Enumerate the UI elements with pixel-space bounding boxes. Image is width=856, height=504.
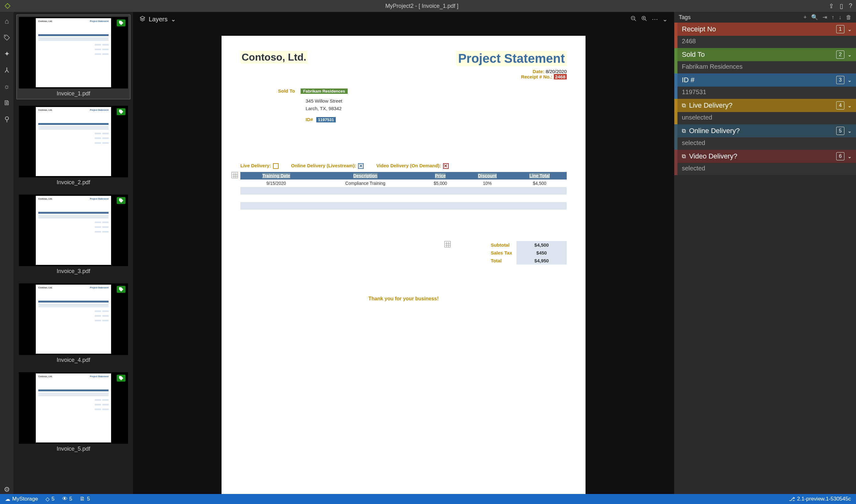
col-description: Description — [353, 173, 377, 178]
layers-dropdown[interactable]: Layers ⌄ — [139, 15, 176, 23]
rename-icon[interactable]: ⇥ — [822, 14, 827, 21]
document-viewer: Layers ⌄ ⋯ ⌄ Contoso, Ltd. Project State… — [133, 12, 674, 494]
tag-live-delivery[interactable]: ⧉Live Delivery?4⌄ unselected — [674, 99, 856, 124]
video-delivery-checkbox: ✕ — [443, 163, 449, 169]
statusbar: ☁MyStorage ◇5 👁5 🗎5 ⎇2.1-preview.1-53054… — [0, 494, 856, 504]
svg-point-5 — [120, 377, 121, 378]
viewer-toolbar: Layers ⌄ ⋯ ⌄ — [133, 12, 674, 26]
lightbulb-icon[interactable]: ☼ — [2, 82, 11, 91]
plug-icon[interactable]: ⚲ — [2, 115, 11, 124]
status-version[interactable]: ⎇2.1-preview.1-530545c — [789, 496, 851, 502]
address-line-2: Larch, TX, 98342 — [306, 105, 567, 112]
thumbnail-label: Invoice_3.pdf — [19, 268, 128, 275]
more-icon[interactable]: ⋯ — [652, 15, 658, 23]
zoom-out-icon[interactable] — [630, 15, 637, 23]
move-down-icon[interactable]: ↓ — [839, 14, 842, 21]
layers-label: Layers — [149, 16, 167, 23]
col-discount: Discount — [478, 173, 497, 178]
settings-icon[interactable]: ⚙ — [2, 485, 11, 494]
chevron-down-icon: ⌄ — [848, 154, 852, 159]
add-tag-icon[interactable]: + — [803, 14, 807, 21]
link-icon: ⧉ — [682, 128, 686, 134]
tag-value: selected — [677, 138, 856, 150]
status-tagged[interactable]: ◇5 — [46, 496, 54, 502]
id-value: 1197531 — [316, 117, 336, 122]
chevron-down-icon: ⌄ — [848, 77, 852, 83]
date-label: Date: — [533, 69, 545, 74]
live-delivery-label: Live Delivery: — [240, 163, 271, 168]
status-storage[interactable]: ☁MyStorage — [5, 496, 38, 502]
thumbnail-item[interactable]: Contoso, Ltd.Project Statement Invoice_4… — [16, 281, 130, 366]
titlebar: MyProject2 - [ Invoice_1.pdf ] ⇪ ▯ ? — [0, 0, 856, 12]
share-icon[interactable]: ⇪ — [829, 2, 834, 10]
app-logo-icon — [4, 2, 11, 10]
video-delivery-label: Video Delivery (On Demand): — [376, 163, 441, 168]
sold-to-name: Fabrikam Residences — [301, 89, 348, 94]
tag-online-delivery[interactable]: ⧉Online Delivery?5⌄ selected — [674, 124, 856, 150]
tag-value: selected — [677, 163, 856, 175]
delete-tag-icon[interactable]: 🗑 — [846, 14, 852, 21]
receipt-label: Receipt # No.: — [521, 74, 552, 79]
thumbnail-item[interactable]: Contoso, Ltd.Project Statement Invoice_2… — [16, 103, 130, 188]
thumbnail-item[interactable]: Contoso, Ltd.Project Statement Invoice_1… — [16, 15, 130, 100]
tagged-badge-icon — [117, 108, 126, 115]
online-delivery-label: Online Delivery (Livestream): — [291, 163, 356, 168]
svg-point-0 — [5, 36, 6, 37]
document-export-icon[interactable]: 🗎 — [2, 98, 11, 107]
star-icon[interactable]: ✦ — [2, 50, 11, 58]
book-icon[interactable]: ▯ — [840, 2, 843, 10]
totals-region-handle[interactable] — [444, 241, 451, 247]
tag-value: Fabrikam Residences — [677, 61, 856, 73]
tagged-badge-icon — [117, 375, 126, 382]
branch-icon: ⎇ — [789, 496, 795, 502]
collapse-icon[interactable]: ⌄ — [662, 15, 668, 23]
thumbnail-label: Invoice_4.pdf — [19, 357, 128, 363]
tag-sold-to[interactable]: Sold To2⌄ Fabrikam Residences — [674, 48, 856, 73]
eye-icon: 👁 — [62, 496, 68, 502]
help-icon[interactable]: ? — [849, 2, 852, 10]
tagged-badge-icon — [117, 197, 126, 204]
search-tag-icon[interactable]: 🔍 — [811, 14, 818, 21]
svg-line-8 — [635, 19, 636, 21]
table-row: 9/15/2020 Compliance Training $5,000 10%… — [240, 180, 567, 187]
thumbnail-item[interactable]: Contoso, Ltd.Project Statement Invoice_5… — [16, 370, 130, 455]
link-icon: ⧉ — [682, 153, 686, 160]
zoom-in-icon[interactable] — [641, 15, 647, 23]
tags-title: Tags — [679, 14, 691, 21]
address-line-1: 345 Willow Street — [306, 97, 567, 105]
chevron-down-icon: ⌄ — [848, 128, 852, 134]
receipt-value: 2468 — [554, 74, 567, 79]
thumbnail-preview: Contoso, Ltd.Project Statement — [19, 372, 128, 444]
tag-video-delivery[interactable]: ⧉Video Delivery?6⌄ selected — [674, 150, 856, 175]
col-price: Price — [435, 173, 446, 178]
link-icon: ⧉ — [682, 102, 686, 109]
status-viewed[interactable]: 👁5 — [62, 496, 72, 502]
table-region-handle[interactable] — [232, 172, 238, 178]
document-title: Project Statement — [456, 51, 567, 66]
sold-to-label: Sold To — [278, 88, 295, 93]
document-page: Contoso, Ltd. Project Statement Date: 8/… — [221, 36, 586, 494]
tags-panel: Tags + 🔍 ⇥ ↑ ↓ 🗑 Receipt No1⌄ 2468 Sold … — [674, 12, 856, 494]
home-icon[interactable]: ⌂ — [2, 17, 11, 26]
tag-icon[interactable] — [2, 33, 11, 42]
cloud-icon: ☁ — [5, 496, 10, 502]
chevron-down-icon: ⌄ — [848, 103, 852, 109]
move-up-icon[interactable]: ↑ — [832, 14, 834, 21]
tag-id-number[interactable]: ID #3⌄ 1197531 — [674, 73, 856, 99]
tagged-badge-icon — [117, 19, 126, 26]
chevron-down-icon: ⌄ — [171, 15, 176, 23]
thumbnail-item[interactable]: Contoso, Ltd.Project Statement Invoice_3… — [16, 192, 130, 277]
svg-point-2 — [120, 110, 121, 111]
tag-receipt-no[interactable]: Receipt No1⌄ 2468 — [674, 23, 856, 48]
status-docs[interactable]: 🗎5 — [80, 496, 90, 502]
col-line-total: Line Total — [529, 173, 550, 178]
online-delivery-checkbox: ✕ — [358, 163, 364, 169]
thumbnail-preview: Contoso, Ltd.Project Statement — [19, 106, 128, 177]
tag-value: unselected — [677, 112, 856, 124]
id-label: ID# — [306, 117, 313, 122]
company-name: Contoso, Ltd. — [240, 51, 307, 64]
thumbnail-label: Invoice_5.pdf — [19, 446, 128, 452]
merge-icon[interactable]: ⅄ — [2, 66, 11, 75]
svg-line-12 — [645, 19, 647, 21]
tag-icon: ◇ — [46, 496, 50, 502]
